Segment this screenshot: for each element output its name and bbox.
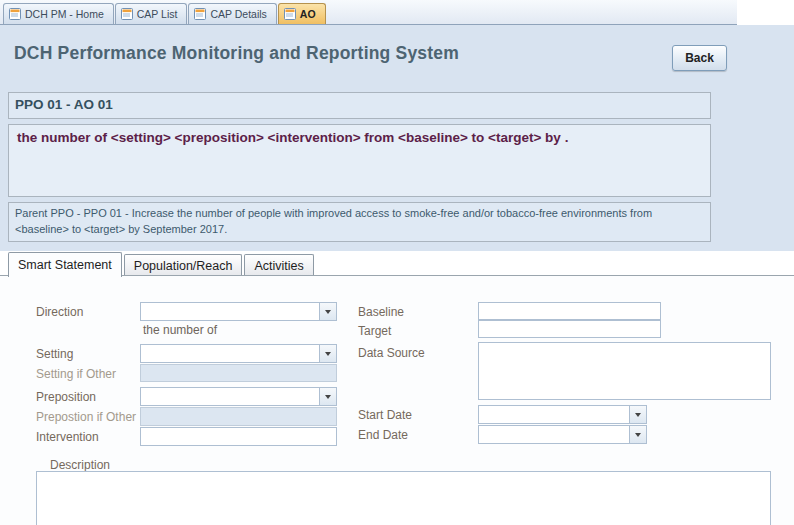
tab-population-reach[interactable]: Population/Reach xyxy=(124,254,243,276)
form-icon xyxy=(9,8,21,20)
setting-label: Setting xyxy=(36,347,73,361)
setting-dropdown-button[interactable] xyxy=(319,345,336,362)
start-date-combobox[interactable] xyxy=(478,405,647,424)
chevron-down-icon xyxy=(635,413,641,417)
intervention-input[interactable] xyxy=(140,427,337,446)
back-button[interactable]: Back xyxy=(672,45,727,71)
setting-combobox[interactable] xyxy=(140,344,337,363)
form-icon xyxy=(194,8,206,20)
end-date-input[interactable] xyxy=(479,426,629,443)
page-title: DCH Performance Monitoring and Reporting… xyxy=(14,43,459,64)
tab-activities[interactable]: Activities xyxy=(244,254,313,276)
direction-input[interactable] xyxy=(141,303,319,320)
form-icon xyxy=(121,8,133,20)
smart-statement-box: the number of <setting> <preposition> <i… xyxy=(8,124,711,197)
doc-tab-cap-list[interactable]: CAP List xyxy=(115,3,188,24)
start-date-dropdown-button[interactable] xyxy=(629,406,646,423)
target-label: Target xyxy=(358,324,391,338)
direction-caption: the number of xyxy=(143,323,217,337)
section-tab-bar: Smart Statement Population/Reach Activit… xyxy=(0,251,794,276)
doc-tab-ao[interactable]: AO xyxy=(278,3,326,24)
doc-tab-dch-pm-home[interactable]: DCH PM - Home xyxy=(3,3,114,24)
tab-smart-statement[interactable]: Smart Statement xyxy=(8,252,122,277)
direction-label: Direction xyxy=(36,305,83,319)
doc-tab-cap-details[interactable]: CAP Details xyxy=(188,3,276,24)
end-date-label: End Date xyxy=(358,428,408,442)
end-date-combobox[interactable] xyxy=(478,425,647,444)
baseline-label: Baseline xyxy=(358,305,404,319)
preposition-label: Preposition xyxy=(36,390,96,404)
target-input[interactable] xyxy=(478,320,661,338)
start-date-input[interactable] xyxy=(479,406,629,423)
setting-input[interactable] xyxy=(141,345,319,362)
form-icon xyxy=(284,8,296,20)
record-title-box: PPO 01 - AO 01 xyxy=(8,92,711,119)
chevron-down-icon xyxy=(325,310,331,314)
setting-if-other-input xyxy=(140,364,337,382)
form-header: DCH Performance Monitoring and Reporting… xyxy=(0,25,794,90)
data-source-label: Data Source xyxy=(358,346,425,360)
description-input[interactable] xyxy=(36,471,771,525)
start-date-label: Start Date xyxy=(358,408,412,422)
chevron-down-icon xyxy=(325,395,331,399)
doc-tab-label: CAP List xyxy=(137,8,178,20)
direction-combobox[interactable] xyxy=(140,302,337,321)
preposition-dropdown-button[interactable] xyxy=(319,388,336,405)
end-date-dropdown-button[interactable] xyxy=(629,426,646,443)
preposition-input[interactable] xyxy=(141,388,319,405)
setting-if-other-label: Setting if Other xyxy=(36,367,116,381)
app-window: DCH PM - Home CAP List CAP Details AO DC… xyxy=(0,0,794,525)
chevron-down-icon xyxy=(325,352,331,356)
preposition-if-other-input xyxy=(140,407,337,426)
doc-tab-label: AO xyxy=(300,8,316,20)
preposition-if-other-label: Prepostion if Other xyxy=(36,410,136,424)
parent-ppo-box: Parent PPO - PPO 01 - Increase the numbe… xyxy=(8,202,711,242)
doc-tab-label: CAP Details xyxy=(210,8,266,20)
chevron-down-icon xyxy=(635,433,641,437)
baseline-input[interactable] xyxy=(478,302,661,320)
description-label: Description xyxy=(50,458,110,472)
direction-dropdown-button[interactable] xyxy=(319,303,336,320)
doc-tab-label: DCH PM - Home xyxy=(25,8,104,20)
intervention-label: Intervention xyxy=(36,430,99,444)
data-source-input[interactable] xyxy=(478,342,771,400)
document-tab-bar: DCH PM - Home CAP List CAP Details AO xyxy=(0,0,794,25)
preposition-combobox[interactable] xyxy=(140,387,337,406)
